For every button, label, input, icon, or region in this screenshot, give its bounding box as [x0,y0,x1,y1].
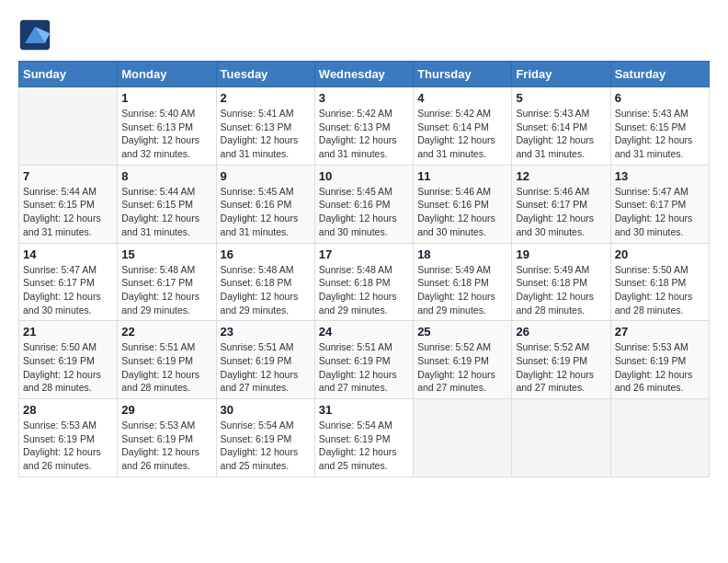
day-info: Sunrise: 5:45 AMSunset: 6:16 PMDaylight:… [221,185,311,239]
day-info: Sunrise: 5:47 AMSunset: 6:17 PMDaylight:… [615,185,705,239]
calendar-cell: 3Sunrise: 5:42 AMSunset: 6:13 PMDaylight… [314,87,413,166]
calendar-cell [414,399,512,477]
day-info: Sunrise: 5:51 AMSunset: 6:19 PMDaylight:… [121,340,211,395]
calendar-cell: 28Sunrise: 5:53 AMSunset: 6:19 PMDayligh… [19,399,118,477]
day-info: Sunrise: 5:40 AMSunset: 6:13 PMDaylight:… [121,107,211,161]
day-info: Sunrise: 5:42 AMSunset: 6:14 PMDaylight:… [417,107,507,161]
day-number: 22 [121,325,211,339]
calendar-week-row: 28Sunrise: 5:53 AMSunset: 6:19 PMDayligh… [19,399,710,477]
day-number: 10 [319,169,409,183]
day-info: Sunrise: 5:45 AMSunset: 6:16 PMDaylight:… [319,185,409,239]
calendar-cell: 19Sunrise: 5:49 AMSunset: 6:18 PMDayligh… [512,243,610,321]
calendar-cell: 10Sunrise: 5:45 AMSunset: 6:16 PMDayligh… [314,165,413,243]
header-day-friday: Friday [512,62,610,87]
calendar-cell: 12Sunrise: 5:46 AMSunset: 6:17 PMDayligh… [512,165,610,243]
calendar-cell: 14Sunrise: 5:47 AMSunset: 6:17 PMDayligh… [19,243,118,321]
calendar-cell: 16Sunrise: 5:48 AMSunset: 6:18 PMDayligh… [216,243,314,321]
calendar-cell: 21Sunrise: 5:50 AMSunset: 6:19 PMDayligh… [19,321,118,399]
day-number: 16 [221,247,311,261]
day-info: Sunrise: 5:48 AMSunset: 6:18 PMDaylight:… [319,263,409,317]
day-info: Sunrise: 5:47 AMSunset: 6:17 PMDaylight:… [23,263,113,317]
day-number: 25 [417,325,507,339]
day-info: Sunrise: 5:54 AMSunset: 6:19 PMDaylight:… [221,419,311,473]
day-number: 5 [516,91,606,105]
calendar-cell: 29Sunrise: 5:53 AMSunset: 6:19 PMDayligh… [118,399,216,477]
day-info: Sunrise: 5:50 AMSunset: 6:18 PMDaylight:… [615,263,705,317]
calendar-cell: 4Sunrise: 5:42 AMSunset: 6:14 PMDaylight… [414,87,512,166]
day-number: 11 [417,169,507,183]
day-info: Sunrise: 5:42 AMSunset: 6:13 PMDaylight:… [319,107,409,161]
day-number: 1 [121,91,211,105]
page-header [18,18,710,52]
day-number: 17 [319,247,409,261]
day-number: 4 [417,91,507,105]
day-info: Sunrise: 5:44 AMSunset: 6:15 PMDaylight:… [23,185,113,239]
calendar-cell: 18Sunrise: 5:49 AMSunset: 6:18 PMDayligh… [414,243,512,321]
calendar-week-row: 14Sunrise: 5:47 AMSunset: 6:17 PMDayligh… [19,243,710,321]
day-number: 6 [615,91,705,105]
day-info: Sunrise: 5:49 AMSunset: 6:18 PMDaylight:… [417,263,507,317]
day-number: 15 [121,247,211,261]
day-info: Sunrise: 5:52 AMSunset: 6:19 PMDaylight:… [417,340,507,395]
day-number: 31 [319,403,409,417]
day-info: Sunrise: 5:46 AMSunset: 6:16 PMDaylight:… [417,185,507,239]
header-day-monday: Monday [118,62,216,87]
day-number: 23 [221,325,311,339]
header-day-thursday: Thursday [414,62,512,87]
calendar-cell: 17Sunrise: 5:48 AMSunset: 6:18 PMDayligh… [314,243,413,321]
calendar-cell: 1Sunrise: 5:40 AMSunset: 6:13 PMDaylight… [118,87,216,166]
day-number: 8 [121,169,211,183]
calendar-week-row: 21Sunrise: 5:50 AMSunset: 6:19 PMDayligh… [19,321,710,399]
calendar-cell: 26Sunrise: 5:52 AMSunset: 6:19 PMDayligh… [512,321,610,399]
calendar-week-row: 1Sunrise: 5:40 AMSunset: 6:13 PMDaylight… [19,87,710,166]
day-info: Sunrise: 5:46 AMSunset: 6:17 PMDaylight:… [516,185,606,239]
calendar-table: SundayMondayTuesdayWednesdayThursdayFrid… [18,61,710,477]
day-number: 13 [615,169,705,183]
day-number: 19 [516,247,606,261]
calendar-cell: 6Sunrise: 5:43 AMSunset: 6:15 PMDaylight… [610,87,709,166]
calendar-cell: 13Sunrise: 5:47 AMSunset: 6:17 PMDayligh… [610,165,709,243]
day-info: Sunrise: 5:49 AMSunset: 6:18 PMDaylight:… [516,263,606,317]
day-number: 21 [23,325,113,339]
calendar-cell: 31Sunrise: 5:54 AMSunset: 6:19 PMDayligh… [314,399,413,477]
header-day-tuesday: Tuesday [216,62,314,87]
day-number: 29 [121,403,211,417]
calendar-cell: 24Sunrise: 5:51 AMSunset: 6:19 PMDayligh… [314,321,413,399]
day-number: 3 [319,91,409,105]
day-number: 30 [221,403,311,417]
calendar-cell: 5Sunrise: 5:43 AMSunset: 6:14 PMDaylight… [512,87,610,166]
day-info: Sunrise: 5:54 AMSunset: 6:19 PMDaylight:… [319,419,409,473]
calendar-cell: 27Sunrise: 5:53 AMSunset: 6:19 PMDayligh… [610,321,709,399]
calendar-cell: 30Sunrise: 5:54 AMSunset: 6:19 PMDayligh… [216,399,314,477]
day-info: Sunrise: 5:53 AMSunset: 6:19 PMDaylight:… [615,340,705,395]
calendar-cell: 7Sunrise: 5:44 AMSunset: 6:15 PMDaylight… [19,165,118,243]
day-number: 28 [23,403,113,417]
day-info: Sunrise: 5:43 AMSunset: 6:15 PMDaylight:… [615,107,705,161]
day-number: 14 [23,247,113,261]
header-day-saturday: Saturday [610,62,709,87]
calendar-cell: 23Sunrise: 5:51 AMSunset: 6:19 PMDayligh… [216,321,314,399]
calendar-cell: 15Sunrise: 5:48 AMSunset: 6:17 PMDayligh… [118,243,216,321]
day-number: 20 [615,247,705,261]
day-number: 24 [319,325,409,339]
calendar-cell: 2Sunrise: 5:41 AMSunset: 6:13 PMDaylight… [216,87,314,166]
logo-icon [18,18,51,52]
day-info: Sunrise: 5:51 AMSunset: 6:19 PMDaylight:… [319,340,409,395]
day-number: 27 [615,325,705,339]
day-info: Sunrise: 5:53 AMSunset: 6:19 PMDaylight:… [23,419,113,473]
calendar-cell: 11Sunrise: 5:46 AMSunset: 6:16 PMDayligh… [414,165,512,243]
day-info: Sunrise: 5:48 AMSunset: 6:18 PMDaylight:… [221,263,311,317]
calendar-cell: 8Sunrise: 5:44 AMSunset: 6:15 PMDaylight… [118,165,216,243]
day-info: Sunrise: 5:52 AMSunset: 6:19 PMDaylight:… [516,340,606,395]
calendar-cell: 25Sunrise: 5:52 AMSunset: 6:19 PMDayligh… [414,321,512,399]
day-number: 18 [417,247,507,261]
header-day-wednesday: Wednesday [314,62,413,87]
day-number: 12 [516,169,606,183]
calendar-cell [610,399,709,477]
calendar-cell [19,87,118,166]
logo [18,18,55,52]
day-info: Sunrise: 5:43 AMSunset: 6:14 PMDaylight:… [516,107,606,161]
day-info: Sunrise: 5:50 AMSunset: 6:19 PMDaylight:… [23,340,113,395]
day-number: 7 [23,169,113,183]
calendar-week-row: 7Sunrise: 5:44 AMSunset: 6:15 PMDaylight… [19,165,710,243]
